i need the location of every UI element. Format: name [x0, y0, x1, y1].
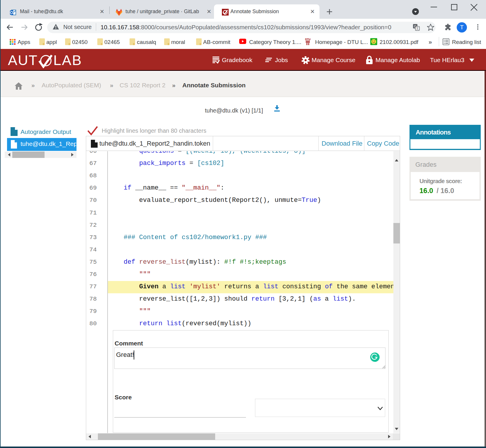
svg-text:文: 文 — [416, 27, 419, 30]
svg-text:DTU: DTU — [305, 38, 311, 41]
svg-text:AUT: AUT — [8, 52, 38, 68]
svg-text:LAB: LAB — [53, 52, 82, 68]
